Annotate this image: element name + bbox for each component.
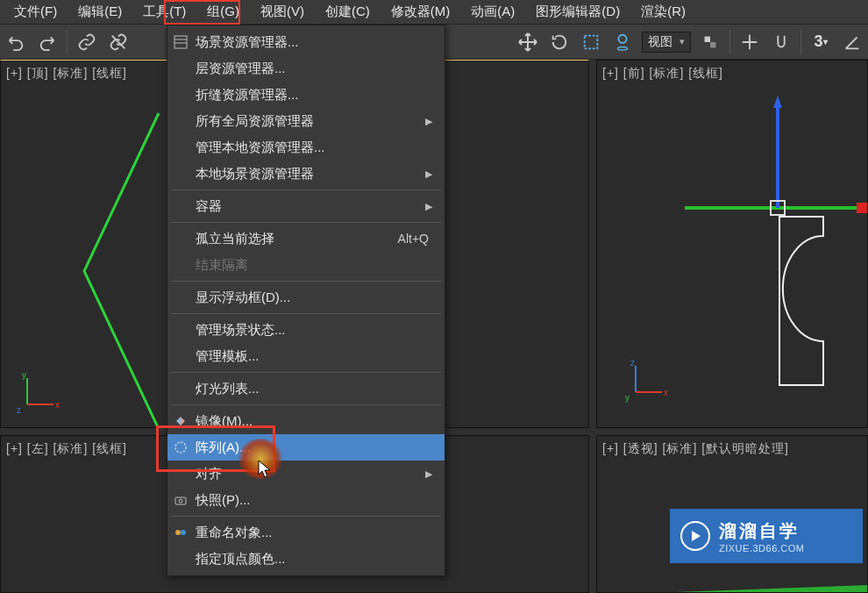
menu-align[interactable]: 对齐 ▶ — [167, 461, 445, 487]
watermark-play-icon — [680, 521, 710, 551]
menu-separator — [171, 281, 441, 282]
menu-scene-explorer[interactable]: 场景资源管理器... — [167, 29, 445, 55]
svg-point-29 — [175, 530, 181, 535]
menu-manage-templates[interactable]: 管理模板... — [167, 343, 445, 369]
menu-group[interactable]: 组(G) — [196, 1, 250, 23]
viewport-label-left: [+] [左] [标准] [线框] — [6, 441, 127, 457]
snap-toggle-icon[interactable] — [767, 28, 795, 56]
reference-coord-label: 视图 — [648, 34, 672, 50]
menu-modifiers[interactable]: 修改器(M) — [381, 1, 461, 23]
svg-marker-15 — [773, 96, 782, 108]
svg-rect-23 — [174, 36, 187, 48]
menu-file[interactable]: 文件(F) — [4, 1, 68, 23]
menu-container[interactable]: 容器 ▶ — [167, 193, 445, 219]
menu-view[interactable]: 视图(V) — [250, 1, 315, 23]
svg-text:y: y — [625, 393, 630, 403]
menu-isolate-selection[interactable]: 孤立当前选择 Alt+Q — [167, 225, 445, 252]
submenu-arrow-icon: ▶ — [425, 201, 436, 212]
svg-marker-31 — [692, 531, 701, 541]
svg-point-3 — [618, 46, 628, 50]
svg-text:z: z — [17, 405, 21, 415]
svg-point-28 — [179, 499, 182, 503]
link-icon[interactable] — [73, 28, 101, 56]
menu-assign-vertex-color[interactable]: 指定顶点颜色... — [167, 546, 445, 572]
menu-separator — [171, 372, 441, 373]
svg-rect-13 — [857, 203, 867, 213]
menu-separator — [171, 516, 441, 517]
menu-grapheditors[interactable]: 图形编辑器(D) — [525, 1, 630, 23]
array-icon — [173, 439, 189, 455]
submenu-arrow-icon: ▶ — [425, 116, 436, 127]
toolbar-separator — [729, 30, 730, 54]
snap-move-icon[interactable] — [736, 28, 764, 56]
svg-marker-22 — [676, 585, 867, 592]
menu-manage-scene-states[interactable]: 管理场景状态... — [167, 317, 445, 343]
svg-point-2 — [618, 34, 626, 42]
toolbar-separator — [800, 30, 801, 54]
menu-float-viewport[interactable]: 显示浮动框(D)... — [167, 284, 445, 311]
menu-array[interactable]: 阵列(A)... — [167, 434, 445, 461]
menu-layer-explorer[interactable]: 层资源管理器... — [167, 55, 445, 82]
svg-text:x: x — [55, 400, 60, 410]
menu-local-scene-explorers[interactable]: 本地场景资源管理器 ▶ — [167, 161, 445, 187]
redo-icon[interactable] — [33, 28, 61, 56]
scene-explorer-icon — [173, 34, 189, 50]
menu-light-list[interactable]: 灯光列表... — [167, 375, 445, 402]
mirror-icon — [173, 413, 189, 429]
svg-rect-5 — [710, 42, 715, 47]
menu-mirror[interactable]: 镜像(M)... — [167, 408, 445, 434]
submenu-arrow-icon: ▶ — [425, 168, 436, 180]
menu-tools[interactable]: 工具(T) — [132, 1, 196, 23]
angle-snap-icon[interactable] — [838, 28, 866, 56]
menu-snapshot[interactable]: 快照(P)... — [167, 487, 445, 513]
rename-icon — [173, 525, 189, 540]
usecenter-icon[interactable] — [696, 28, 724, 56]
menu-animation[interactable]: 动画(A) — [460, 1, 525, 23]
menu-separator — [171, 189, 441, 190]
snap-3-icon[interactable]: 3▾ — [807, 28, 835, 56]
snapshot-icon — [173, 492, 189, 508]
svg-text:z: z — [630, 359, 635, 368]
menubar: 文件(F) 编辑(E) 工具(T) 组(G) 视图(V) 创建(C) 修改器(M… — [0, 0, 868, 25]
axis-gizmo-top: y x z — [17, 371, 60, 415]
undo-icon[interactable] — [2, 28, 30, 56]
reference-coord-dropdown[interactable]: 视图 — [642, 32, 691, 53]
svg-point-6 — [748, 40, 751, 44]
tools-dropdown: 场景资源管理器... 层资源管理器... 折缝资源管理器... 所有全局资源管理… — [167, 25, 445, 576]
shortcut-label: Alt+Q — [398, 232, 436, 246]
move-icon[interactable] — [514, 28, 542, 56]
svg-rect-4 — [705, 36, 710, 41]
menu-end-isolate: 结束隔离 — [167, 252, 445, 278]
svg-text:x: x — [664, 388, 668, 397]
scale-icon[interactable] — [577, 28, 605, 56]
watermark-url: ZIXUE.3D66.COM — [719, 543, 804, 554]
menu-fold-explorer[interactable]: 折缝资源管理器... — [167, 82, 445, 108]
submenu-arrow-icon: ▶ — [425, 468, 436, 480]
placement-icon[interactable] — [608, 28, 637, 56]
unlink-icon[interactable] — [104, 28, 132, 56]
svg-point-26 — [175, 442, 186, 453]
menu-edit[interactable]: 编辑(E) — [68, 1, 132, 23]
viewport-front[interactable]: [+] [前] [标准] [线框] z x y — [596, 60, 868, 428]
watermark-title: 溜溜自学 — [719, 519, 804, 543]
svg-rect-1 — [585, 35, 598, 48]
toolbar-separator — [67, 30, 68, 54]
menu-create[interactable]: 创建(C) — [315, 1, 381, 23]
watermark: 溜溜自学 ZIXUE.3D66.COM — [670, 509, 863, 563]
menu-manage-local-explorers[interactable]: 管理本地资源管理器... — [167, 134, 445, 161]
menu-separator — [171, 313, 441, 314]
menu-separator — [171, 404, 441, 405]
menu-render[interactable]: 渲染(R) — [630, 1, 696, 23]
svg-text:y: y — [22, 371, 26, 380]
menu-separator — [171, 222, 441, 223]
svg-rect-27 — [175, 497, 186, 504]
menu-all-global-explorers[interactable]: 所有全局资源管理器 ▶ — [167, 108, 445, 134]
menu-rename-objects[interactable]: 重命名对象... — [167, 519, 445, 546]
axis-gizmo-front: z x y — [625, 359, 669, 403]
svg-point-30 — [181, 530, 186, 535]
rotate-icon[interactable] — [545, 28, 573, 56]
